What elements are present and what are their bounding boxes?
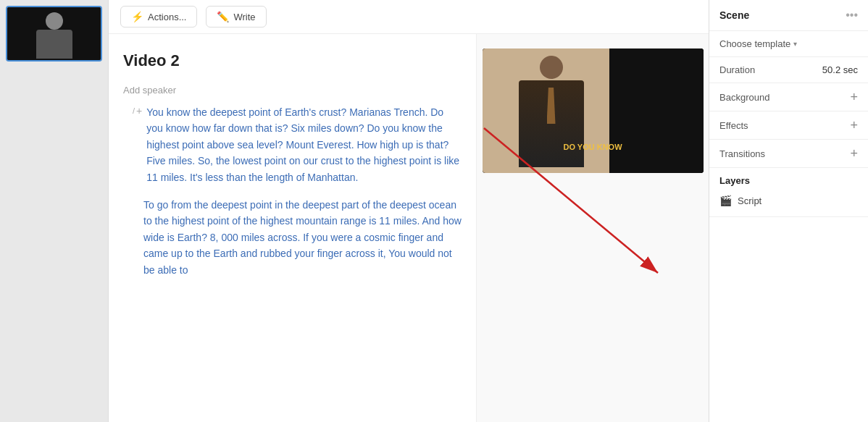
effects-add-button[interactable]: + [850,119,858,132]
scene-thumbnail-image [7,7,101,60]
background-section[interactable]: Background + [709,83,868,111]
actions-icon: ⚡ [131,11,143,22]
script-text-2[interactable]: To go from the deepest point in the deep… [123,197,462,278]
script-block-1: / + You know the deepest point of Earth'… [123,104,462,185]
write-icon: ✏️ [217,11,229,22]
duration-section: Duration 50.2 sec [709,57,868,83]
choose-template-chevron-icon: ▾ [793,40,797,48]
main-content: ⚡ Actions... ✏️ Write Video 2 Add speake… [109,0,709,422]
actions-label: Actions... [148,12,186,22]
background-label: Background [719,92,769,103]
add-speaker-button[interactable]: Add speaker [123,85,462,96]
effects-section[interactable]: Effects + [709,111,868,140]
scene-header: Scene ••• [709,0,868,31]
choose-template-label: Choose template [719,38,790,49]
editor-area: Video 2 Add speaker / + You know the dee… [109,34,709,422]
line-number: / [123,106,135,115]
layer-script-icon: 🎬 [719,195,732,206]
duration-value: 50.2 sec [822,64,858,75]
line-add-button[interactable]: + [136,106,142,116]
transitions-add-button[interactable]: + [850,147,858,160]
right-panel: Scene ••• Choose template ▾ Duration 50.… [709,0,868,422]
video-title: Video 2 [123,51,462,70]
scene-thumbnail-1[interactable]: 1 [6,6,102,62]
video-subtitle: DO YOU KNOW [563,143,622,151]
actions-button[interactable]: ⚡ Actions... [120,6,197,28]
layers-section: Layers 🎬 Script [709,168,868,217]
left-sidebar: 1 [0,0,109,422]
transitions-section[interactable]: Transitions + [709,140,868,168]
video-frame: DO YOU KNOW [483,48,704,173]
background-add-button[interactable]: + [850,90,858,104]
duration-label: Duration [719,64,755,75]
toolbar: ⚡ Actions... ✏️ Write [109,0,709,34]
transitions-label: Transitions [719,148,765,159]
choose-template-section[interactable]: Choose template ▾ [709,31,868,57]
line-controls: / + [123,106,142,116]
video-frame-inner: DO YOU KNOW [483,48,704,173]
layer-script-name: Script [738,195,761,206]
layers-title: Layers [719,175,858,186]
write-label: Write [233,12,255,22]
script-text-1[interactable]: You know the deepest point of Earth's cr… [146,104,462,185]
effects-label: Effects [719,120,748,131]
write-button[interactable]: ✏️ Write [206,6,266,28]
scene-title: Scene [719,9,749,21]
layer-item-script[interactable]: 🎬 Script [719,192,858,209]
text-editor[interactable]: Video 2 Add speaker / + You know the dee… [109,34,477,422]
scene-menu-button[interactable]: ••• [846,9,858,22]
video-preview: DO YOU KNOW [477,34,709,422]
